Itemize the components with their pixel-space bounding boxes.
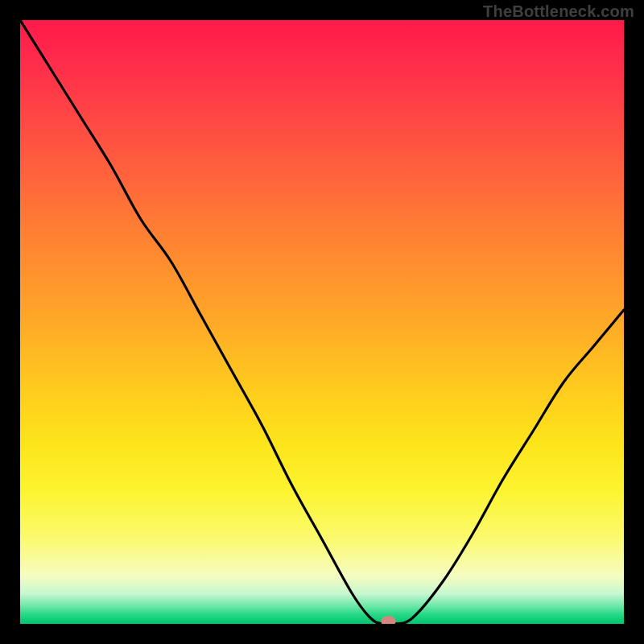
- plot-area: [20, 20, 624, 624]
- watermark-text: TheBottleneck.com: [483, 2, 634, 21]
- heatmap-background: [20, 20, 624, 624]
- chart-frame: TheBottleneck.com: [0, 0, 644, 644]
